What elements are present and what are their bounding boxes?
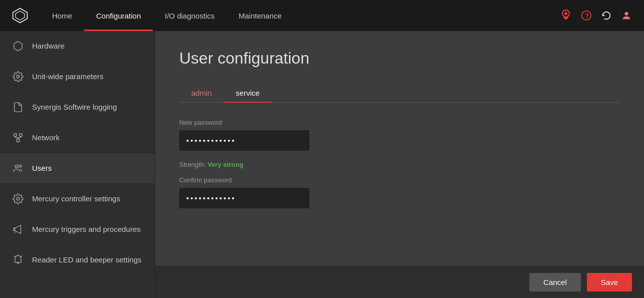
new-password-label: New password bbox=[179, 119, 620, 126]
tabs: admin service bbox=[179, 84, 620, 103]
sidebar-label-logging: Synergis Softwire logging bbox=[32, 102, 117, 112]
tab-service[interactable]: service bbox=[224, 84, 272, 102]
strength-text: Strength: Very strong bbox=[179, 161, 620, 168]
nav-configuration[interactable]: Configuration bbox=[84, 0, 153, 31]
svg-rect-18 bbox=[14, 228, 15, 231]
help-icon[interactable]: ? bbox=[581, 10, 592, 21]
sidebar-item-mercury-triggers[interactable]: Mercury triggers and procedures bbox=[0, 214, 155, 245]
sidebar-label-mercury-controller: Mercury controller settings bbox=[32, 194, 120, 204]
svg-point-16 bbox=[19, 165, 22, 167]
svg-line-20 bbox=[14, 256, 16, 257]
confirm-password-label: Confirm password bbox=[179, 176, 620, 184]
strength-value: Very strong bbox=[207, 161, 243, 168]
svg-marker-0 bbox=[13, 9, 28, 23]
svg-marker-1 bbox=[16, 11, 25, 20]
network-icon bbox=[12, 132, 24, 144]
new-password-input[interactable] bbox=[179, 130, 309, 151]
user-icon[interactable] bbox=[621, 10, 632, 21]
sidebar-label-hardware: Hardware bbox=[32, 41, 65, 51]
sidebar-item-reader-led[interactable]: Reader LED and beeper settings bbox=[0, 245, 155, 275]
users-icon bbox=[12, 162, 24, 174]
svg-text:?: ? bbox=[585, 12, 589, 20]
nav-maintenance[interactable]: Maintenance bbox=[226, 0, 293, 31]
gear-icon-mercury bbox=[12, 193, 24, 205]
new-password-group: New password bbox=[179, 119, 620, 151]
sidebar-item-unit-wide[interactable]: Unit-wide parameters bbox=[0, 62, 155, 92]
sidebar-label-users: Users bbox=[32, 163, 52, 173]
content-main: User configuration admin service New pas… bbox=[155, 31, 644, 266]
svg-point-6 bbox=[624, 12, 628, 16]
sidebar-item-users[interactable]: Users bbox=[0, 153, 155, 184]
page-title: User configuration bbox=[179, 49, 620, 68]
svg-rect-8 bbox=[14, 134, 17, 137]
alarm-bell-icon bbox=[12, 254, 24, 266]
sidebar-item-logging[interactable]: Synergis Softwire logging bbox=[0, 92, 155, 123]
tab-admin[interactable]: admin bbox=[179, 84, 224, 102]
svg-point-7 bbox=[17, 75, 20, 78]
logo[interactable] bbox=[0, 0, 40, 31]
svg-point-15 bbox=[16, 165, 19, 168]
sidebar-item-hardware[interactable]: Hardware bbox=[0, 31, 155, 62]
logo-icon bbox=[11, 7, 29, 25]
nav-right-icons: ? bbox=[560, 10, 644, 22]
confirm-password-input[interactable] bbox=[179, 188, 309, 208]
strength-label: Strength: bbox=[179, 161, 206, 168]
svg-rect-9 bbox=[20, 134, 23, 137]
main-layout: Hardware Unit-wide parameters Synergis S… bbox=[0, 31, 644, 298]
cancel-button[interactable]: Cancel bbox=[529, 273, 581, 291]
sidebar-label-network: Network bbox=[32, 133, 60, 143]
sidebar-label-reader-led: Reader LED and beeper settings bbox=[32, 255, 141, 265]
nav-home[interactable]: Home bbox=[40, 0, 84, 31]
svg-point-17 bbox=[17, 197, 20, 200]
svg-line-21 bbox=[21, 256, 23, 257]
svg-point-3 bbox=[564, 12, 567, 15]
top-nav: Home Configuration I/O diagnostics Maint… bbox=[0, 0, 644, 31]
alert-icon[interactable] bbox=[560, 10, 572, 22]
sidebar-item-network[interactable]: Network bbox=[0, 123, 155, 153]
refresh-icon[interactable] bbox=[601, 10, 612, 21]
file-icon bbox=[12, 101, 24, 113]
sidebar-label-unit-wide: Unit-wide parameters bbox=[32, 72, 104, 82]
content-area: User configuration admin service New pas… bbox=[155, 31, 644, 298]
svg-rect-10 bbox=[17, 139, 20, 142]
content-footer: Cancel Save bbox=[155, 266, 644, 298]
sidebar-label-mercury-triggers: Mercury triggers and procedures bbox=[32, 224, 141, 234]
sidebar-item-mercury-controller[interactable]: Mercury controller settings bbox=[0, 184, 155, 214]
save-button[interactable]: Save bbox=[587, 273, 632, 291]
megaphone-icon bbox=[12, 223, 24, 235]
nav-items: Home Configuration I/O diagnostics Maint… bbox=[40, 0, 560, 31]
hardware-icon bbox=[12, 40, 24, 52]
confirm-password-group: Confirm password bbox=[179, 176, 620, 208]
sidebar: Hardware Unit-wide parameters Synergis S… bbox=[0, 31, 155, 298]
gear-icon-unit bbox=[12, 71, 24, 83]
nav-io-diagnostics[interactable]: I/O diagnostics bbox=[153, 0, 226, 31]
